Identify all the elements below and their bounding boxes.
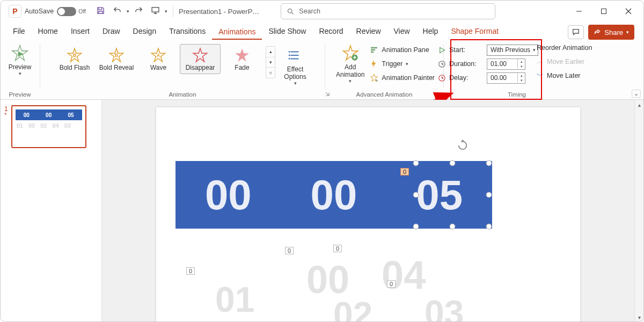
slide[interactable]: 00 00 05 0 01000204030000 (156, 107, 580, 322)
ghost-number[interactable]: 04 (382, 252, 426, 298)
tab-help[interactable]: Help (416, 24, 445, 40)
delay-icon (438, 74, 446, 82)
animation-order-tag[interactable]: 0 (400, 168, 409, 175)
duration-label: Duration: (449, 60, 484, 68)
tab-draw[interactable]: Draw (96, 24, 127, 40)
separator (173, 5, 173, 17)
ghost-number[interactable]: 03 (425, 292, 464, 322)
add-animation-button[interactable]: Add Animation ▾ (332, 42, 369, 85)
scroll-down-icon[interactable]: ▾ (635, 312, 644, 322)
animation-painter-button[interactable]: Animation Painter (370, 72, 435, 84)
scroll-up-icon[interactable]: ▴ (266, 47, 275, 57)
tab-transitions[interactable]: Transitions (163, 24, 212, 40)
tab-file[interactable]: File (6, 24, 32, 40)
rotate-handle-icon[interactable] (457, 140, 469, 153)
spin-up-icon[interactable]: ▴ (518, 73, 525, 78)
comments-button[interactable] (568, 25, 584, 39)
spin-up-icon[interactable]: ▴ (518, 59, 525, 64)
maximize-button[interactable] (591, 3, 616, 20)
ghost-number[interactable]: 02 (333, 294, 372, 322)
thumb-ghost: 01 (17, 122, 23, 129)
svg-point-30 (413, 192, 419, 197)
autosave-toggle[interactable] (57, 7, 76, 16)
share-button[interactable]: Share ▾ (588, 25, 634, 40)
svg-text:B: B (73, 53, 77, 58)
redo-button[interactable] (131, 4, 146, 19)
tab-review[interactable]: Review (350, 24, 387, 40)
preview-button[interactable]: Preview ▾ (4, 42, 36, 77)
search-box[interactable]: Search (281, 3, 495, 19)
svg-marker-22 (440, 47, 445, 53)
effect-wave[interactable]: A Wave (138, 44, 179, 74)
svg-rect-0 (152, 8, 159, 12)
effect-gallery-scroll[interactable]: ▴ ▾ ▿ (266, 46, 275, 78)
window-controls (567, 3, 641, 20)
effect-disappear[interactable]: Disappear (180, 44, 221, 74)
vertical-scrollbar[interactable]: ▴ ▾ (634, 100, 644, 322)
thumbnail-animation-marker: * (4, 113, 8, 117)
delay-value: 00.00 (487, 74, 517, 82)
start-select[interactable]: With Previous ▾ (487, 45, 538, 56)
animation-order-tag[interactable]: 0 (333, 245, 342, 252)
start-value: With Previous (491, 46, 533, 54)
spin-down-icon[interactable]: ▾ (518, 78, 525, 83)
group-reorder: Reorder Animation ︿ Move Earlier ﹀ Move … (532, 40, 597, 99)
chevron-up-icon: ︿ (537, 57, 544, 67)
counter-mm: 00 (311, 171, 357, 219)
scroll-down-icon[interactable]: ▾ (266, 57, 275, 68)
undo-button[interactable] (110, 4, 125, 19)
tab-record[interactable]: Record (312, 24, 349, 40)
tab-shape-format[interactable]: Shape Format (444, 24, 505, 40)
play-icon (438, 46, 446, 54)
effect-bold-flash[interactable]: B Bold Flash (54, 44, 95, 74)
slide-thumbnail-pane[interactable]: 1 * 00 00 05 01 00 02 04 03 (0, 100, 102, 322)
gallery-expand-icon[interactable]: ▿ (266, 68, 275, 78)
slideshow-button[interactable] (148, 4, 163, 19)
duration-input[interactable]: 01.00 ▴▾ (487, 58, 525, 70)
animation-pane-button[interactable]: Animation Pane (370, 44, 435, 56)
effect-options-button[interactable]: Effect Options ▾ (280, 44, 311, 87)
animation-order-tag[interactable]: 0 (285, 247, 294, 254)
animation-order-tag[interactable]: 0 (387, 280, 396, 288)
slide-canvas-area[interactable]: 00 00 05 0 01000204030000 (102, 100, 634, 322)
close-button[interactable] (616, 3, 641, 20)
animation-dialog-launcher[interactable]: ⇲ (325, 91, 330, 97)
animation-order-tag[interactable]: 0 (186, 267, 195, 275)
star-icon (192, 47, 209, 64)
minimize-button[interactable] (567, 3, 591, 20)
svg-point-31 (486, 192, 492, 197)
qat-customize[interactable]: ▾ (165, 9, 167, 14)
ribbon-collapse-button[interactable]: ⌄ (632, 90, 641, 98)
effect-bold-reveal[interactable]: B Bold Reveal (96, 44, 137, 74)
tab-insert[interactable]: Insert (64, 24, 96, 40)
move-later-button[interactable]: ﹀ Move Later (537, 70, 592, 82)
tab-slide-show[interactable]: Slide Show (262, 24, 312, 40)
delay-input[interactable]: 00.00 ▴▾ (487, 72, 525, 84)
effect-fade[interactable]: Fade (222, 44, 262, 74)
selection-handles[interactable] (413, 160, 492, 232)
effect-label: Bold Flash (60, 64, 90, 71)
spin-down-icon[interactable]: ▾ (518, 64, 525, 69)
counter-hh: 00 (205, 171, 252, 219)
star-icon: B (66, 47, 83, 64)
svg-point-34 (486, 224, 492, 229)
group-advanced-animation: Add Animation ▾ Animation Pane Trigger ▾… (325, 40, 443, 99)
tab-view[interactable]: View (387, 24, 416, 40)
tab-animations[interactable]: Animations (212, 24, 262, 40)
add-animation-label: Add Animation (336, 63, 364, 78)
group-preview: Preview ▾ Preview (0, 40, 40, 99)
svg-point-29 (486, 160, 492, 166)
scroll-up-icon[interactable]: ▴ (635, 100, 644, 109)
thumb-ghost: 00 (28, 122, 35, 129)
preview-star-icon (11, 44, 29, 62)
tab-design[interactable]: Design (127, 24, 163, 40)
svg-point-28 (450, 160, 455, 166)
save-button[interactable] (93, 4, 108, 19)
group-timing-label: Timing (508, 91, 529, 99)
slide-thumbnail-1[interactable]: 00 00 05 01 00 02 04 03 (11, 105, 86, 148)
ghost-number[interactable]: 01 (215, 279, 254, 320)
tab-home[interactable]: Home (32, 24, 64, 40)
trigger-button[interactable]: Trigger ▾ (370, 58, 435, 70)
timing-duration-row: Duration: 01.00 ▴▾ (438, 58, 538, 70)
undo-menu[interactable]: ▾ (127, 9, 129, 14)
